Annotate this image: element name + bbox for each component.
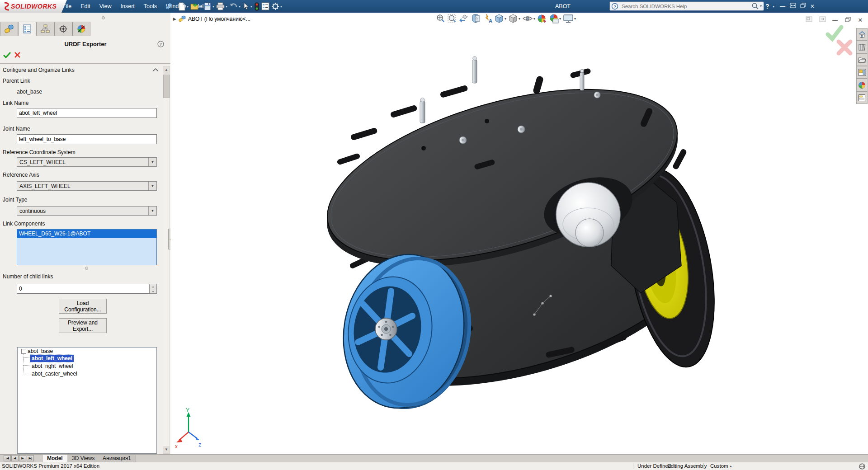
menu-edit[interactable]: Edit xyxy=(76,0,95,13)
caret-down-icon: ▾ xyxy=(226,5,227,9)
reference-coordinate-system-value: CS_LEFT_WHEEL xyxy=(17,159,148,165)
new-document-button[interactable]: ▾ xyxy=(178,2,189,11)
svg-text:?: ? xyxy=(613,4,616,9)
options-gear-button[interactable]: ▾ xyxy=(271,2,282,10)
spinner-up-icon[interactable]: ▲ xyxy=(150,284,156,289)
status-bar: SOLIDWORKS Premium 2017 x64 Edition Unde… xyxy=(0,462,868,470)
previous-sheet-button[interactable]: ◀ xyxy=(11,455,19,461)
scrollbar-thumb[interactable] xyxy=(163,75,170,98)
panel-splitter-grip[interactable] xyxy=(102,16,105,19)
panel-help-icon[interactable]: ? xyxy=(157,41,164,47)
robot-model[interactable] xyxy=(170,13,868,454)
ok-button[interactable] xyxy=(3,52,11,58)
first-sheet-button[interactable]: |◀ xyxy=(4,455,11,461)
reference-axis-label: Reference Axis xyxy=(3,172,39,178)
last-sheet-button[interactable]: ▶| xyxy=(27,455,34,461)
undo-button[interactable]: ▾ xyxy=(229,2,241,10)
rebuild-button[interactable] xyxy=(254,2,259,11)
reference-axis-value: AXIS_LEFT_WHEEL xyxy=(17,183,148,189)
list-item[interactable]: WHEEL_D65_W26-1@ABOT xyxy=(17,230,156,238)
caret-up-icon[interactable]: ▲ xyxy=(729,465,732,468)
tree-root[interactable]: abot_base xyxy=(28,348,53,355)
caret-down-icon: ▾ xyxy=(250,5,252,9)
link-name-input[interactable] xyxy=(17,108,157,118)
restore-button[interactable] xyxy=(798,2,808,11)
caret-down-icon[interactable]: ▼ xyxy=(148,207,156,215)
spinner-down-icon[interactable]: ▼ xyxy=(150,289,156,294)
child-links-label: Number of child links xyxy=(3,273,53,280)
parent-link-label: Parent Link xyxy=(3,78,30,84)
tab-displaymanager[interactable] xyxy=(72,22,90,36)
options-list-button[interactable] xyxy=(261,2,269,10)
triad-z-label: z xyxy=(198,442,201,448)
joint-name-input[interactable] xyxy=(17,134,157,144)
tree-connector xyxy=(23,357,29,358)
child-links-input[interactable] xyxy=(17,284,150,294)
panel-title: URDF Exporter xyxy=(0,41,171,47)
load-configuration-button[interactable]: Load Configuration... xyxy=(59,299,107,314)
document-title: ABOT xyxy=(533,0,592,13)
editing-mode: Editing Assembly xyxy=(667,463,707,469)
joint-type-label: Joint Type xyxy=(3,197,27,203)
tab-animation[interactable]: Анимация1 xyxy=(98,455,136,462)
configurationmanager-icon xyxy=(40,24,50,33)
tree-collapse-icon[interactable]: − xyxy=(21,349,26,354)
caret-down-icon[interactable]: ▾ xyxy=(760,4,762,8)
help-button[interactable]: ? xyxy=(765,0,769,13)
tab-propertymanager[interactable] xyxy=(18,22,36,36)
menu-tools[interactable]: Tools xyxy=(139,0,161,13)
menu-view[interactable]: View xyxy=(95,0,116,13)
minimize-button[interactable]: — xyxy=(778,2,788,11)
close-button[interactable]: ✕ xyxy=(807,2,817,11)
tree-item[interactable]: abot_caster_wheel xyxy=(32,370,77,377)
menu-insert[interactable]: Insert xyxy=(116,0,139,13)
caret-down-icon[interactable]: ▼ xyxy=(148,158,156,166)
panel-scrollbar[interactable]: ▲ ▼ xyxy=(163,66,170,454)
link-tree[interactable]: − abot_base abot_left_wheel abot_right_w… xyxy=(17,347,157,454)
panel-divider xyxy=(0,63,170,64)
open-button[interactable]: ▾ xyxy=(190,2,202,10)
pin-menu-icon[interactable] xyxy=(165,2,173,11)
units-selector[interactable]: Custom xyxy=(710,463,728,469)
select-button[interactable]: ▾ xyxy=(242,2,252,10)
save-button[interactable]: ▾ xyxy=(203,2,214,10)
resize-horizontal-button[interactable] xyxy=(788,2,798,11)
list-resize-grip[interactable] xyxy=(85,267,88,270)
section-header[interactable]: Configure and Organize Links xyxy=(3,67,75,73)
property-manager-panel: URDF Exporter ? Configure and Organize L… xyxy=(0,13,171,454)
status-divider xyxy=(664,463,664,469)
tab-dimxpertmanager[interactable] xyxy=(54,22,72,36)
caret-down-icon[interactable]: ▼ xyxy=(148,182,156,190)
tab-featuremanager[interactable] xyxy=(0,22,18,36)
search-icon[interactable] xyxy=(751,2,759,10)
preview-and-export-button[interactable]: Preview and Export... xyxy=(59,318,107,333)
reference-coordinate-system-select[interactable]: CS_LEFT_WHEEL ▼ xyxy=(17,157,157,167)
scroll-down-icon[interactable]: ▼ xyxy=(163,446,170,453)
scroll-up-icon[interactable]: ▲ xyxy=(163,66,170,74)
tree-connector xyxy=(23,365,29,366)
cancel-button[interactable] xyxy=(14,52,20,58)
caret-down-icon[interactable]: ▾ xyxy=(773,5,774,9)
tree-item-selected[interactable]: abot_left_wheel xyxy=(30,355,74,362)
print-button[interactable]: ▾ xyxy=(216,2,227,10)
tab-model[interactable]: Model xyxy=(42,455,68,462)
menu-file[interactable]: File xyxy=(58,0,76,13)
tags-globe-icon[interactable] xyxy=(859,463,865,470)
tab-configurationmanager[interactable] xyxy=(36,22,54,36)
search-input[interactable] xyxy=(621,2,750,10)
joint-type-select[interactable]: continuous ▼ xyxy=(17,206,157,216)
next-sheet-button[interactable]: ▶ xyxy=(19,455,26,461)
graphics-viewport[interactable]: ▶ ABOT (По умолчанию<... A ▾ ▾ ▾ ▾ ▾ — ✕ xyxy=(170,13,868,454)
edition-text: SOLIDWORKS Premium 2017 x64 Edition xyxy=(2,463,99,469)
displaymanager-icon xyxy=(77,24,86,33)
tree-item[interactable]: abot_right_wheel xyxy=(32,362,73,370)
tab-3d-views[interactable]: 3D Views xyxy=(67,455,99,462)
search-box[interactable]: ? ▾ xyxy=(609,1,764,11)
propertymanager-icon xyxy=(23,24,32,33)
reference-axis-select[interactable]: AXIS_LEFT_WHEEL ▼ xyxy=(17,181,157,191)
child-links-spinner[interactable]: ▲ ▼ xyxy=(149,284,157,294)
link-components-list[interactable]: WHEEL_D65_W26-1@ABOT xyxy=(17,229,157,265)
collapse-chevron-icon[interactable] xyxy=(153,68,158,71)
logo-text: SOLIDWORKS xyxy=(11,3,57,10)
solidworks-window: SOLIDWORKS File Edit View Insert Tools W… xyxy=(0,0,868,470)
